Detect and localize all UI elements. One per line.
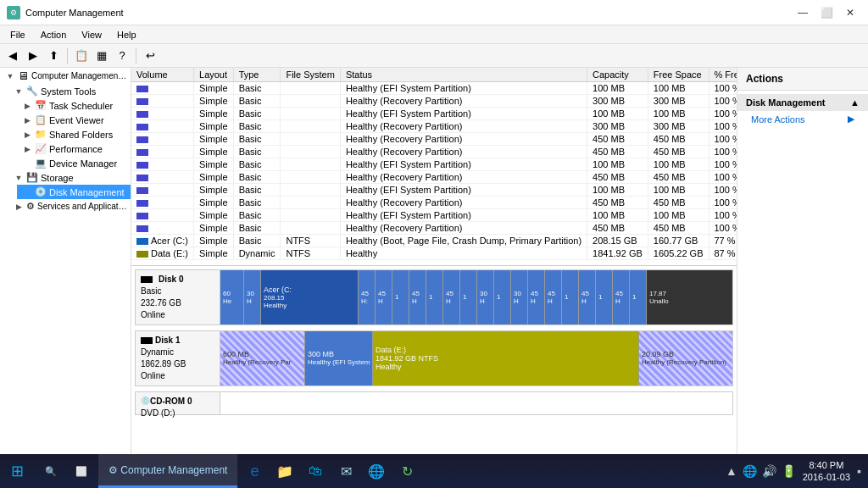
volume-table-area[interactable]: Volume Layout Type File System Status Ca… (131, 68, 737, 266)
disk0-part7[interactable]: 1 (426, 270, 443, 324)
close-button[interactable]: ✕ (839, 5, 861, 20)
table-row[interactable]: Simple Basic Healthy (Recovery Partition… (131, 120, 737, 133)
table-row[interactable]: Simple Basic Healthy (Recovery Partition… (131, 133, 737, 146)
taskbar-ie-icon[interactable]: e (241, 458, 268, 485)
tree-shared-folders[interactable]: ▶ 📁 Shared Folders (17, 127, 131, 141)
col-status[interactable]: Status (340, 68, 587, 82)
col-type[interactable]: Type (233, 68, 281, 82)
menu-action[interactable]: Action (34, 28, 74, 42)
tray-battery-icon[interactable]: 🔋 (782, 464, 796, 478)
disk0-part2[interactable]: 30H (244, 270, 261, 324)
disk1-recovery2[interactable]: 20.09 GBHealthy (Recovery Partition) (639, 331, 732, 385)
tray-network-icon[interactable]: 🌐 (743, 464, 757, 478)
disk1-data[interactable]: Data (E:)1841.92 GB NTFSHealthy (373, 331, 639, 385)
disk0-part6[interactable]: 45H (409, 270, 426, 324)
minimize-button[interactable]: — (792, 5, 814, 20)
disk0-part19[interactable]: 1 (630, 270, 647, 324)
taskbar-app-compmgmt[interactable]: ⚙ Computer Management (98, 454, 237, 488)
table-row[interactable]: Acer (C:) Simple Basic NTFS Healthy (Boo… (131, 235, 737, 247)
up-button[interactable]: ⬆ (44, 47, 63, 65)
table-row[interactable]: Simple Basic Healthy (EFI System Partiti… (131, 82, 737, 95)
start-button[interactable]: ⊞ (0, 454, 34, 488)
disk0-part18[interactable]: 45H (613, 270, 630, 324)
tree-arrow-shared[interactable]: ▶ (22, 130, 32, 139)
col-volume[interactable]: Volume (131, 68, 194, 82)
actions-disk-management-title[interactable]: Disk Management ▲ (737, 94, 868, 111)
disk0-part15[interactable]: 1 (562, 270, 579, 324)
table-row[interactable]: Simple Basic Healthy (EFI System Partiti… (131, 184, 737, 197)
tree-root[interactable]: ▼ 🖥 Computer Management (Local (0, 68, 131, 84)
clock[interactable]: 8:40 PM 2016-01-03 (803, 459, 850, 484)
disk0-part5[interactable]: 1 (392, 270, 409, 324)
tree-arrow-events[interactable]: ▶ (22, 116, 32, 125)
table-row[interactable]: Simple Basic Healthy (Recovery Partition… (131, 222, 737, 235)
disk0-part16[interactable]: 45H (579, 270, 596, 324)
disk0-part-acer[interactable]: Acer (C:208.15Healthy (261, 270, 359, 324)
menu-file[interactable]: File (3, 28, 32, 42)
col-layout[interactable]: Layout (194, 68, 234, 82)
maximize-button[interactable]: ⬜ (815, 5, 837, 20)
tray-up-arrow[interactable]: ▲ (726, 464, 737, 478)
tree-storage[interactable]: ▼ 💾 Storage (8, 170, 131, 185)
tray-volume-icon[interactable]: 🔊 (762, 464, 776, 478)
menu-view[interactable]: View (75, 28, 108, 42)
actions-more-actions[interactable]: More Actions ▶ (737, 111, 868, 127)
show-hide-button[interactable]: 📋 (72, 47, 91, 65)
disk0-part17[interactable]: 1 (596, 270, 613, 324)
disk0-part3[interactable]: 45H: (359, 270, 376, 324)
tree-task-scheduler[interactable]: ▶ 📅 Task Scheduler (17, 98, 131, 113)
col-filesystem[interactable]: File System (281, 68, 340, 82)
tree-services[interactable]: ▶ ⚙ Services and Applications (8, 199, 131, 214)
table-row[interactable]: Simple Basic Healthy (EFI System Partiti… (131, 108, 737, 120)
disk0-part10[interactable]: 30H (477, 270, 494, 324)
taskbar-taskview-icon[interactable]: ⬜ (68, 458, 95, 485)
forward-button[interactable]: ▶ (24, 47, 42, 65)
tree-arrow-services[interactable]: ▶ (14, 202, 24, 211)
refresh-button[interactable]: ↩ (141, 47, 159, 65)
help-button[interactable]: ? (113, 47, 131, 65)
taskbar-store-icon[interactable]: 🛍 (302, 458, 329, 485)
table-row[interactable]: Simple Basic Healthy (Recovery Partition… (131, 95, 737, 108)
menu-help[interactable]: Help (110, 28, 143, 42)
tree-event-viewer[interactable]: ▶ 📋 Event Viewer (17, 113, 131, 127)
table-row[interactable]: Simple Basic Healthy (Recovery Partition… (131, 197, 737, 209)
taskbar-refresh-icon[interactable]: ↻ (393, 458, 420, 485)
tree-arrow-tasks[interactable]: ▶ (22, 102, 32, 110)
disk0-part9[interactable]: 1 (460, 270, 477, 324)
col-capacity[interactable]: Capacity (587, 68, 648, 82)
taskbar-search-icon[interactable]: 🔍 (37, 458, 64, 485)
taskbar-pinned: e 📁 🛍 ✉ 🌐 ↻ (237, 458, 424, 485)
tree-system-tools[interactable]: ▼ 🔧 System Tools (8, 84, 131, 98)
taskbar-folder-icon[interactable]: 📁 (271, 458, 298, 485)
tree-arrow-perf[interactable]: ▶ (22, 145, 32, 153)
back-button[interactable]: ◀ (3, 47, 22, 65)
disk0-part11[interactable]: 1 (494, 270, 511, 324)
table-row[interactable]: Simple Basic Healthy (EFI System Partiti… (131, 158, 737, 171)
disk0-part8[interactable]: 45H (443, 270, 460, 324)
table-row[interactable]: Simple Basic Healthy (Recovery Partition… (131, 146, 737, 158)
tree-arrow-storage[interactable]: ▼ (14, 174, 24, 182)
tree-performance[interactable]: ▶ 📈 Performance (17, 141, 131, 156)
tree-arrow[interactable]: ▼ (5, 72, 15, 80)
disk0-part12[interactable]: 30H (511, 270, 528, 324)
actions-disk-management-label: Disk Management (746, 97, 826, 108)
disk0-part13[interactable]: 45H (528, 270, 545, 324)
disk1-efi[interactable]: 300 MBHealthy (EFI System (305, 331, 373, 385)
taskbar-mail-icon[interactable]: ✉ (332, 458, 359, 485)
table-row[interactable]: Data (E:) Simple Dynamic NTFS Healthy 18… (131, 247, 737, 260)
tree-arrow-system[interactable]: ▼ (14, 87, 24, 96)
properties-button[interactable]: ▦ (92, 47, 111, 65)
col-pctfree[interactable]: % Free (709, 68, 737, 82)
tree-device-manager[interactable]: 💻 Device Manager (17, 156, 131, 170)
disk0-part4[interactable]: 45H (376, 270, 392, 324)
tray-show-desktop[interactable]: ▪ (857, 464, 861, 478)
tree-disk-management[interactable]: 💿 Disk Management (17, 185, 131, 199)
table-row[interactable]: Simple Basic Healthy (EFI System Partiti… (131, 209, 737, 222)
disk1-recovery1[interactable]: 600 MBHealthy (Recovery Par (220, 331, 305, 385)
disk0-part14[interactable]: 45H (545, 270, 562, 324)
disk0-part1[interactable]: 60He (220, 270, 244, 324)
disk0-unalloc[interactable]: 17.87Unallo (647, 270, 732, 324)
col-freespace[interactable]: Free Space (648, 68, 709, 82)
table-row[interactable]: Simple Basic Healthy (Recovery Partition… (131, 171, 737, 184)
taskbar-browser-icon[interactable]: 🌐 (363, 458, 390, 485)
